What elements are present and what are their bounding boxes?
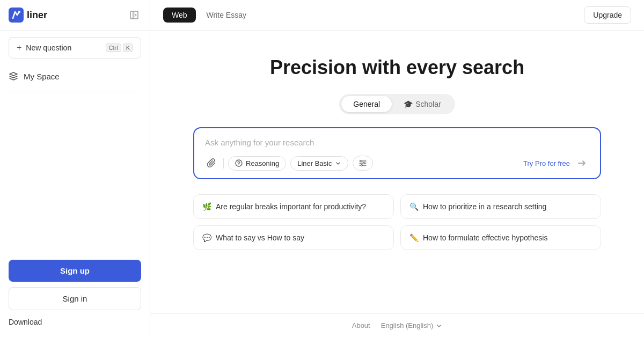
main-area: Web Write Essay Upgrade Precision with e… — [150, 0, 644, 337]
search-toolbar: Reasoning Liner Basic — [205, 156, 589, 171]
try-pro-link[interactable]: Try Pro for free — [523, 159, 570, 167]
sign-in-button[interactable]: Sign in — [9, 287, 141, 310]
chevron-down-icon — [335, 160, 341, 166]
top-bar: Web Write Essay Upgrade — [150, 0, 644, 31]
suggestion-card[interactable]: 🔍How to prioritize in a research setting — [400, 194, 601, 219]
chevron-down-small-icon — [436, 323, 442, 329]
reasoning-chip[interactable]: Reasoning — [228, 156, 286, 171]
download-link[interactable]: Download — [9, 316, 141, 328]
attach-button[interactable] — [205, 156, 219, 170]
svg-point-10 — [363, 163, 365, 164]
scholar-icon: 🎓 — [404, 100, 413, 108]
suggestion-emoji: 🔍 — [409, 202, 419, 211]
layers-icon — [9, 71, 18, 81]
footer-about[interactable]: About — [352, 321, 370, 329]
sidebar-header: liner — [0, 0, 150, 31]
paperclip-icon — [207, 158, 217, 168]
my-space-item[interactable]: My Space — [0, 65, 150, 87]
logo-text: liner — [27, 10, 47, 21]
suggestion-emoji: 🌿 — [202, 202, 211, 211]
main-footer: About English (English) — [150, 313, 644, 337]
toolbar-divider — [223, 158, 224, 169]
suggestion-card[interactable]: ✏️How to formulate effective hypothesis — [400, 225, 601, 250]
suggestion-card[interactable]: 🌿Are regular breaks important for produc… — [193, 194, 394, 219]
toggle-scholar[interactable]: 🎓Scholar — [392, 96, 452, 112]
suggestion-card[interactable]: 💬What to say vs How to say — [193, 225, 394, 250]
toggle-general[interactable]: General — [341, 96, 392, 112]
upgrade-button[interactable]: Upgrade — [584, 6, 631, 24]
language-selector[interactable]: English (English) — [381, 321, 443, 329]
suggestion-emoji: ✏️ — [409, 233, 419, 242]
liner-logo-icon — [9, 8, 24, 23]
settings-chip[interactable] — [353, 156, 373, 171]
language-label: English (English) — [381, 321, 434, 329]
reasoning-label: Reasoning — [246, 159, 279, 167]
tab-web[interactable]: Web — [163, 8, 196, 23]
new-question-label: New question — [26, 43, 71, 52]
keyboard-shortcut: Ctrl K — [106, 43, 133, 52]
search-type-toggle: General 🎓Scholar — [339, 94, 455, 114]
send-button[interactable] — [574, 156, 589, 171]
liner-basic-chip[interactable]: Liner Basic — [290, 156, 348, 171]
suggestion-text: How to prioritize in a research setting — [423, 202, 546, 211]
sidebar: liner + New question Ctrl K My Space — [0, 0, 150, 337]
search-input[interactable] — [205, 138, 589, 147]
sign-up-button[interactable]: Sign up — [9, 260, 141, 282]
new-question-left: + New question — [17, 43, 71, 53]
svg-point-5 — [238, 165, 239, 165]
ctrl-key: Ctrl — [106, 43, 121, 52]
suggestion-grid: 🌿Are regular breaks important for produc… — [193, 194, 601, 250]
suggestion-text: How to formulate effective hypothesis — [423, 233, 547, 242]
collapse-button[interactable] — [127, 8, 141, 22]
sidebar-bottom: Sign up Sign in Download — [0, 251, 150, 337]
logo-area: liner — [9, 8, 47, 23]
search-box: Reasoning Liner Basic — [193, 127, 601, 179]
svg-rect-0 — [9, 8, 24, 23]
new-question-button[interactable]: + New question Ctrl K — [9, 37, 141, 58]
liner-basic-label: Liner Basic — [297, 159, 332, 167]
main-content: Precision with every search General 🎓Sch… — [150, 31, 644, 313]
svg-rect-2 — [130, 11, 138, 19]
sliders-icon — [358, 159, 367, 167]
svg-point-11 — [361, 165, 363, 166]
k-key: K — [123, 43, 133, 52]
my-space-label: My Space — [24, 72, 60, 81]
svg-point-1 — [18, 11, 20, 13]
reasoning-icon — [235, 159, 243, 167]
tab-essay[interactable]: Write Essay — [198, 8, 255, 23]
suggestion-emoji: 💬 — [202, 233, 211, 242]
hero-title: Precision with every search — [270, 56, 524, 79]
suggestion-text: Are regular breaks important for product… — [216, 202, 366, 211]
collapse-icon — [129, 10, 139, 20]
top-tabs: Web Write Essay — [163, 8, 255, 23]
plus-icon: + — [17, 43, 21, 53]
sidebar-divider — [9, 92, 141, 92]
send-icon — [576, 158, 587, 169]
suggestion-text: What to say vs How to say — [216, 233, 304, 242]
svg-point-9 — [361, 160, 362, 162]
